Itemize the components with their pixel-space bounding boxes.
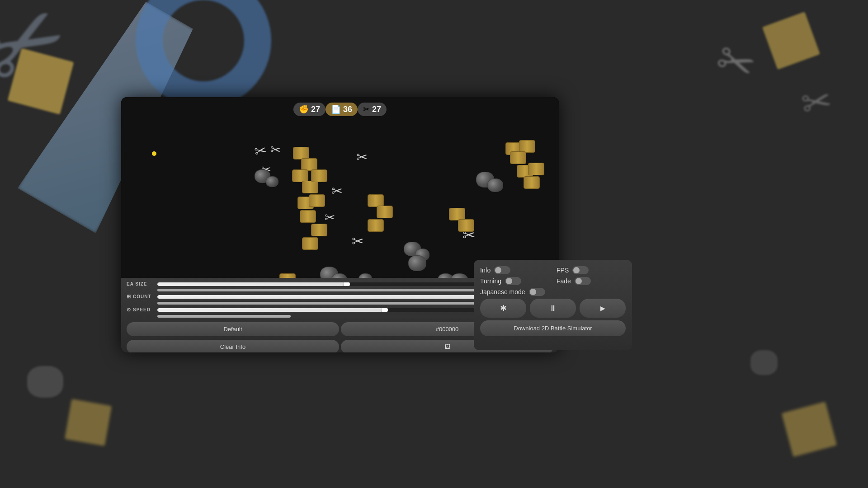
clear-info-button[interactable]: Clear Info xyxy=(127,340,339,352)
fade-toggle-knob xyxy=(576,278,582,284)
bg-paper-bottomright xyxy=(782,402,837,457)
paper-entity-12 xyxy=(377,206,393,218)
paper-entity-10 xyxy=(302,237,318,250)
hand-count: 27 xyxy=(311,105,320,114)
scissors-entity-6: ✂ xyxy=(352,233,364,250)
bg-scissors-topright2-icon: ✂ xyxy=(798,79,835,126)
fps-toggle: FPS xyxy=(557,266,626,274)
bg-paper-bottomleft xyxy=(65,399,112,446)
hand-icon: ✊ xyxy=(299,104,309,114)
paper-entity-17 xyxy=(519,140,535,153)
fps-toggle-switch[interactable] xyxy=(572,266,589,274)
scissors-score: ✂ 27 xyxy=(358,103,387,116)
rock-entity-2 xyxy=(266,176,278,187)
speed-icon: ⊙ xyxy=(127,307,133,312)
yellow-dot xyxy=(152,151,156,156)
paper-entity-14 xyxy=(449,208,465,221)
ea-size-thumb[interactable] xyxy=(344,282,350,286)
speed-thumb[interactable] xyxy=(382,308,388,312)
paper-entity-5 xyxy=(311,169,327,182)
info-fps-row: Info FPS xyxy=(480,266,626,274)
scissors-entity-4: ✂ xyxy=(331,183,343,199)
speed-fill xyxy=(157,308,385,312)
paper-icon: 📄 xyxy=(331,104,341,114)
fps-toggle-knob xyxy=(573,267,580,273)
paper-entity-3 xyxy=(292,169,308,182)
turning-toggle: Turning xyxy=(480,277,549,285)
japanese-mode-switch[interactable] xyxy=(529,288,545,296)
extra-button[interactable]: ▶ xyxy=(580,299,626,318)
scissors-entity-1: ✂ xyxy=(253,141,268,160)
paper-entity-13 xyxy=(368,219,384,232)
bg-paper-topright xyxy=(762,12,820,70)
paper-entity-8 xyxy=(300,210,316,223)
info-toggle-knob xyxy=(495,267,501,273)
grid-icon: ⊞ xyxy=(127,294,133,299)
speed-label: ⊙ SPEED xyxy=(127,307,154,313)
paper-count: 36 xyxy=(343,105,352,114)
scissors-entity-5: ✂ xyxy=(325,210,335,225)
score-bar: ✊ 27 📄 36 ✂ 27 xyxy=(293,103,387,116)
scissors-entity-2: ✂ xyxy=(270,142,282,158)
paper-entity-4 xyxy=(302,181,318,193)
hand-score: ✊ 27 xyxy=(293,103,326,116)
scissors-icon: ✂ xyxy=(363,104,370,114)
paper-entity-1 xyxy=(293,147,309,160)
info-toggle: Info xyxy=(480,266,549,274)
game-canvas: ✊ 27 📄 36 ✂ 27 ✂ ✂ ✂ ✂ ✂ ✂ ✂ ✂ ✂ ✂ xyxy=(121,97,559,280)
fps-label: FPS xyxy=(557,267,569,274)
paper-entity-11 xyxy=(368,194,384,207)
bg-rock-bottomleft xyxy=(27,366,63,398)
turning-toggle-knob xyxy=(506,278,512,284)
rock-entity-8 xyxy=(408,255,426,271)
turning-toggle-switch[interactable] xyxy=(505,277,521,285)
screenshot-icon: 🖼 xyxy=(444,343,450,350)
turning-label: Turning xyxy=(480,277,501,285)
pause-button[interactable]: ⏸ xyxy=(530,299,576,318)
info-toggle-switch[interactable] xyxy=(494,266,510,274)
paper-entity-7 xyxy=(309,194,325,207)
japanese-mode-row: Japanese mode xyxy=(480,288,626,296)
paper-entity-20 xyxy=(528,163,544,175)
action-buttons-row: ✱ ⏸ ▶ xyxy=(480,299,626,318)
fade-toggle: Fade xyxy=(557,277,626,285)
paper-score: 📄 36 xyxy=(326,103,358,116)
paper-entity-9 xyxy=(311,224,327,236)
turning-fade-row: Turning Fade xyxy=(480,277,626,285)
paper-entity-18 xyxy=(510,151,526,164)
bg-scissors-topright-icon: ✂ xyxy=(709,31,763,94)
count-label: ⊞ COUNT xyxy=(127,294,154,300)
ea-size-sub-fill xyxy=(157,289,500,291)
scissors-count: 27 xyxy=(372,105,381,114)
bg-rock-bottomright xyxy=(750,350,778,375)
right-panel: Info FPS Turning Fade Japanese mode xyxy=(474,260,632,350)
ea-size-fill xyxy=(157,282,347,286)
scissors-entity-7: ✂ xyxy=(356,149,368,165)
paper-entity-2 xyxy=(301,158,317,171)
rock-entity-13 xyxy=(487,178,503,192)
paper-entity-21 xyxy=(524,176,540,189)
info-label: Info xyxy=(480,267,491,274)
download-button[interactable]: Download 2D Battle Simulator xyxy=(480,320,626,336)
default-button[interactable]: Default xyxy=(127,322,339,336)
star-button[interactable]: ✱ xyxy=(480,299,526,318)
fade-toggle-switch[interactable] xyxy=(575,277,591,285)
japanese-mode-label: Japanese mode xyxy=(480,288,525,296)
speed-sub-fill xyxy=(157,315,291,318)
paper-entity-15 xyxy=(458,219,474,232)
japanese-mode-knob xyxy=(530,289,536,295)
ea-size-label: EA SIZE xyxy=(127,282,154,286)
fade-label: Fade xyxy=(557,277,571,285)
